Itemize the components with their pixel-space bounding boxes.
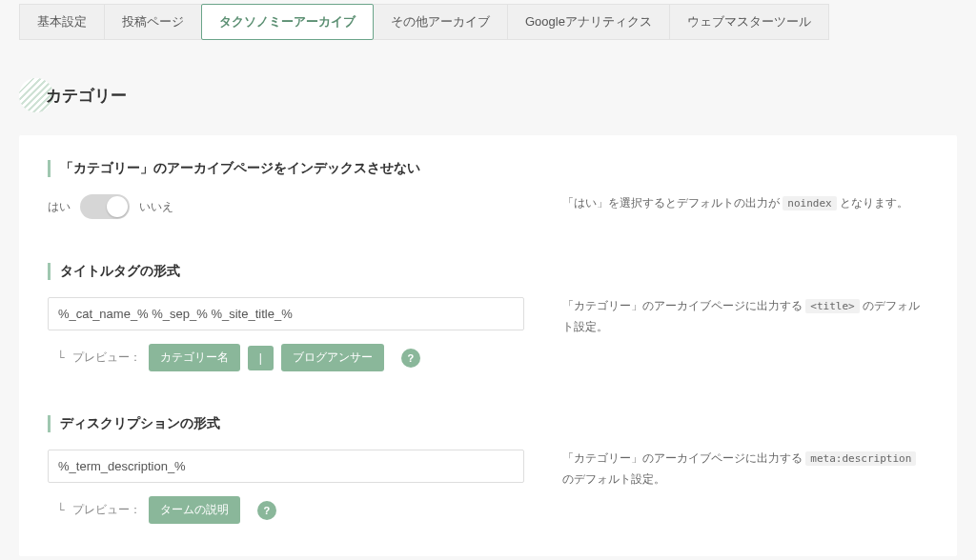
tab-bar: 基本設定 投稿ページ タクソノミーアーカイブ その他アーカイブ Googleアナ… — [19, 0, 957, 40]
noindex-help: 「はい」を選択するとデフォルトの出力が noindex となります。 — [562, 160, 928, 214]
noindex-label: 「カテゴリー」のアーカイブページをインデックスさせない — [48, 160, 524, 177]
title-tag-help: 「カテゴリー」のアーカイブページに出力する <title> のデフォルト設定。 — [562, 263, 928, 337]
section-header-category: カテゴリー — [19, 78, 957, 112]
preview-label: プレビュー： — [72, 350, 141, 366]
preview-chip-sep: | — [248, 346, 274, 370]
help-icon[interactable]: ? — [401, 349, 420, 368]
tab-basic[interactable]: 基本設定 — [19, 4, 105, 40]
preview-corner-icon: └ — [57, 350, 65, 365]
toggle-no-label: いいえ — [139, 199, 173, 215]
noindex-field: 「カテゴリー」のアーカイブページをインデックスさせない はい いいえ 「はい」を… — [48, 160, 928, 219]
description-input[interactable] — [48, 450, 524, 483]
tab-ga[interactable]: Googleアナリティクス — [507, 4, 670, 40]
tab-other-archive[interactable]: その他アーカイブ — [373, 4, 508, 40]
section-title: カテゴリー — [46, 85, 127, 107]
preview-corner-icon: └ — [57, 503, 65, 517]
noindex-toggle[interactable] — [80, 194, 130, 219]
help-icon[interactable]: ? — [257, 501, 276, 520]
title-tag-field: タイトルタグの形式 └ プレビュー： カテゴリー名 | ブログアンサー ? 「カ… — [48, 263, 928, 371]
noindex-code: noindex — [783, 196, 836, 210]
title-tag-label: タイトルタグの形式 — [48, 263, 524, 280]
title-tag-input[interactable] — [48, 297, 524, 330]
toggle-yes-label: はい — [48, 199, 71, 215]
description-help: 「カテゴリー」のアーカイブページに出力する meta:description の… — [562, 415, 928, 490]
description-code: meta:description — [805, 451, 916, 466]
description-field: ディスクリプションの形式 └ プレビュー： タームの説明 ? 「カテゴリー」のア… — [48, 415, 928, 524]
preview-chip-cat: カテゴリー名 — [149, 344, 240, 371]
tab-webmaster[interactable]: ウェブマスターツール — [669, 4, 829, 40]
description-label: ディスクリプションの形式 — [48, 415, 524, 432]
tab-taxonomy-archive[interactable]: タクソノミーアーカイブ — [201, 4, 374, 40]
preview-chip-term: タームの説明 — [149, 496, 240, 524]
toggle-knob — [107, 196, 128, 217]
title-tag-code: <title> — [805, 299, 859, 313]
preview-label: プレビュー： — [72, 502, 141, 518]
preview-chip-site: ブログアンサー — [281, 344, 384, 371]
tab-posts[interactable]: 投稿ページ — [104, 4, 202, 40]
category-card: 「カテゴリー」のアーカイブページをインデックスさせない はい いいえ 「はい」を… — [19, 135, 957, 556]
